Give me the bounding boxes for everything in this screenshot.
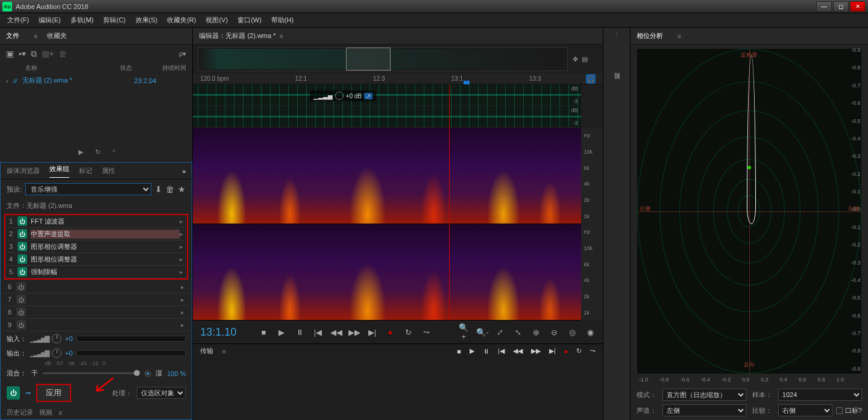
process-select[interactable]: 仅选区对象 — [137, 387, 186, 399]
effect-slot[interactable]: 1⏻FFT 滤波器▸ — [5, 215, 187, 228]
power-icon[interactable]: ⏻ — [16, 295, 26, 304]
menu-多轨(M)[interactable]: 多轨(M) — [66, 14, 99, 26]
menu-文件(F)[interactable]: 文件(F) — [2, 14, 34, 26]
sample-select[interactable]: 1024 — [778, 389, 862, 401]
output-gain-knob[interactable] — [52, 348, 61, 358]
record-button[interactable]: ● — [385, 328, 395, 337]
history-tab[interactable]: 历史记录 — [7, 408, 33, 417]
waveform-right[interactable]: dB -3 R — [193, 106, 581, 128]
col-name[interactable]: 名称 — [25, 64, 37, 72]
spectrogram-left[interactable] — [193, 128, 581, 224]
zoom-sel-icon[interactable]: ⤡ — [512, 328, 523, 337]
delete-preset-icon[interactable]: 🗑 — [166, 184, 174, 194]
spectrogram-right[interactable] — [193, 224, 581, 321]
input-gain-knob[interactable] — [52, 334, 61, 343]
save-preset-icon[interactable]: ⬇ — [155, 184, 162, 194]
pin-icon[interactable]: ↗ — [364, 93, 373, 99]
record-button[interactable]: ● — [564, 348, 568, 355]
forward-button[interactable]: ▶▶ — [531, 347, 541, 355]
chevron-right-icon[interactable]: ▸ — [181, 309, 184, 316]
auto-play-icon[interactable]: ᔊ — [113, 148, 115, 156]
search-icon[interactable]: ρ▾ — [179, 50, 186, 58]
zoom-in-icon[interactable]: 🔍+ — [458, 323, 469, 341]
loop-button[interactable]: ↻ — [403, 328, 414, 337]
effects-tab[interactable]: 标记 — [79, 166, 92, 175]
skip-end-button[interactable]: ▶| — [366, 328, 377, 337]
stop-button[interactable]: ■ — [457, 348, 461, 355]
panel-menu-icon[interactable]: ≡ — [58, 409, 62, 416]
skip-end-button[interactable]: ▶| — [549, 347, 556, 355]
chevron-right-icon[interactable]: ▸ — [180, 268, 183, 276]
chevron-right-icon[interactable]: ▸ — [181, 321, 184, 329]
timecode[interactable]: 13:1.10 — [193, 322, 244, 342]
power-icon[interactable]: ⏻ — [17, 229, 27, 239]
power-icon[interactable]: ⏻ — [16, 320, 26, 330]
pause-button[interactable]: ⏸ — [294, 328, 305, 337]
transport-tab[interactable]: 传输 — [200, 346, 213, 356]
power-icon[interactable]: ⏻ — [16, 307, 26, 317]
overview-handle[interactable] — [346, 48, 390, 71]
effect-slot[interactable]: 4⏻图形相位调整器▸ — [5, 253, 187, 266]
effect-slot-empty[interactable]: 8⏻▸ — [4, 306, 188, 319]
loop-icon[interactable]: ↻ — [95, 148, 101, 156]
effects-tab[interactable]: 属性 — [102, 166, 115, 175]
zoom-full-icon[interactable]: ⤢ — [494, 328, 505, 337]
skip-selection-button[interactable]: ⤳ — [590, 347, 596, 355]
zoom-in-v-icon[interactable]: ⊕ — [530, 328, 541, 337]
chevron-right-icon[interactable]: ▸ — [180, 243, 183, 251]
power-icon[interactable]: ⏻ — [17, 216, 27, 226]
video-tab[interactable]: 视频 — [39, 408, 52, 417]
minimize-button[interactable]: — — [816, 1, 832, 12]
rewind-button[interactable]: ◀◀ — [513, 347, 523, 355]
hud-overlay[interactable]: ▁▂▃▅ +0 dB ↗ — [310, 90, 376, 101]
file-row[interactable]: › ⫻ 无标题 (2).wma * 23:2.04 — [0, 74, 192, 87]
headphone-icon[interactable]: 🎧 — [586, 74, 596, 84]
menu-编辑(E)[interactable]: 编辑(E) — [34, 14, 66, 26]
tab-favorites[interactable]: 收藏夹 — [47, 31, 67, 40]
col-status[interactable]: 状态 — [120, 64, 132, 72]
playhead[interactable] — [449, 224, 450, 321]
power-icon[interactable]: ⏻ — [16, 282, 26, 292]
preset-select[interactable]: 音乐增强 — [25, 183, 151, 195]
play-button[interactable]: ▶ — [276, 328, 287, 337]
channel-select[interactable]: 左侧 — [662, 404, 746, 416]
effect-slot-empty[interactable]: 6⏻▸ — [4, 281, 188, 293]
power-icon[interactable]: ⏻ — [17, 267, 27, 277]
zoom-b-icon[interactable]: ◉ — [585, 328, 596, 337]
panel-menu-icon[interactable]: ≡ — [34, 33, 37, 40]
zoom-out-icon[interactable]: 🔍- — [476, 328, 487, 337]
close-button[interactable]: ✕ — [850, 1, 866, 12]
forward-button[interactable]: ▶▶ — [348, 328, 359, 337]
chevron-right-icon[interactable]: ▸ — [180, 230, 183, 238]
chevron-right-icon[interactable]: ▸ — [181, 296, 184, 304]
import-icon[interactable]: ⧉ — [31, 49, 37, 59]
mode-select[interactable]: 直方图（日志缩放） — [662, 389, 746, 401]
chevron-right-icon[interactable]: ▸ — [180, 255, 183, 263]
open-file-icon[interactable]: ▣ — [6, 49, 14, 58]
rack-power-button[interactable]: ⏻ — [7, 386, 20, 400]
time-ruler[interactable]: 120.0 bpm 12:1 12:3 13:1 13:3 🎧 — [193, 74, 603, 84]
loop-button[interactable]: ↻ — [576, 347, 582, 355]
chevron-right-icon[interactable]: ▸ — [180, 218, 183, 225]
effect-slot[interactable]: 5⏻强制限幅▸ — [5, 266, 187, 278]
effect-slot-empty[interactable]: 9⏻▸ — [4, 319, 188, 331]
playhead[interactable] — [449, 84, 450, 128]
menu-收藏夹(R)[interactable]: 收藏夹(R) — [162, 14, 201, 26]
zoom-out-v-icon[interactable]: ⊖ — [549, 328, 559, 337]
zoom-tool-icon[interactable]: ✥ — [573, 55, 578, 63]
compare-select[interactable]: 右侧 — [778, 404, 832, 416]
skip-start-button[interactable]: |◀ — [312, 328, 323, 337]
panel-menu-icon[interactable]: ≡ — [222, 348, 225, 355]
col-duration[interactable]: 持续时间 — [162, 64, 186, 72]
overview-waveform[interactable] — [198, 47, 568, 71]
play-button[interactable]: ▶ — [470, 347, 474, 355]
mark-checkbox[interactable]: 口标? — [836, 406, 862, 415]
play-icon[interactable]: ▶ — [78, 148, 83, 156]
skip-selection-button[interactable]: ⤳ — [421, 328, 432, 337]
menu-窗口(W)[interactable]: 窗口(W) — [233, 14, 266, 26]
new-file-icon[interactable]: ▪▾ — [19, 49, 26, 58]
effect-slot-empty[interactable]: 7⏻▸ — [4, 293, 188, 306]
power-icon[interactable]: ⏻ — [17, 242, 27, 251]
skip-start-button[interactable]: |◀ — [498, 347, 505, 355]
more-tabs-icon[interactable]: » — [182, 168, 186, 175]
